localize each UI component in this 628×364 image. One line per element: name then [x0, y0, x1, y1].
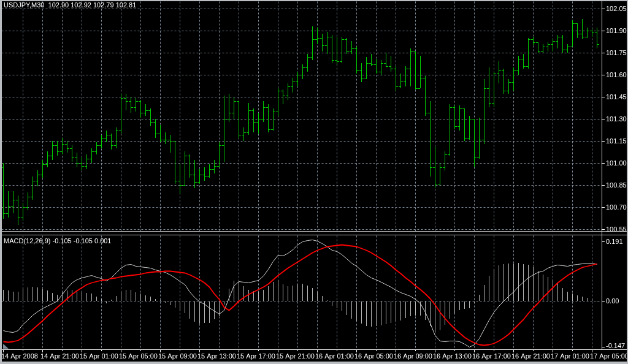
chart-canvas[interactable] — [0, 0, 628, 364]
chart-window: USDJPY,M30 102.90 102.92 102.79 102.81 M… — [0, 0, 628, 364]
